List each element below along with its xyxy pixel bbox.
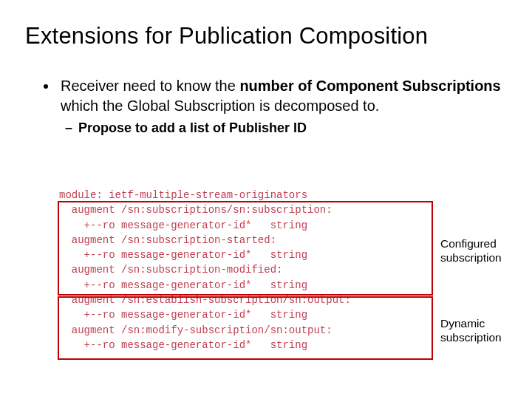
bullet-list: Receiver need to know the number of Comp… <box>25 76 507 137</box>
label-line: Configured <box>440 236 502 250</box>
label-line: subscription <box>440 250 502 265</box>
label-dynamic-subscription: Dynamic subscription <box>440 316 502 345</box>
highlight-box-dynamic <box>58 296 433 360</box>
bullet-text-prefix: Receiver need to know the <box>61 78 239 94</box>
bullet-text-suffix: which the Global Subscription is decompo… <box>61 98 379 114</box>
label-line: subscription <box>440 330 502 344</box>
sub-bullet-list: Propose to add a list of Publisher ID <box>61 120 507 137</box>
bullet-item: Receiver need to know the number of Comp… <box>58 76 507 137</box>
sub-bullet-item: Propose to add a list of Publisher ID <box>78 120 507 137</box>
slide: Extensions for Publication Composition R… <box>0 0 532 399</box>
slide-title: Extensions for Publication Composition <box>25 22 507 50</box>
label-configured-subscription: Configured subscription <box>440 236 502 265</box>
bullet-text-bold: number of Component Subscriptions <box>239 78 500 94</box>
highlight-box-configured <box>58 201 433 296</box>
label-line: Dynamic <box>440 316 502 330</box>
